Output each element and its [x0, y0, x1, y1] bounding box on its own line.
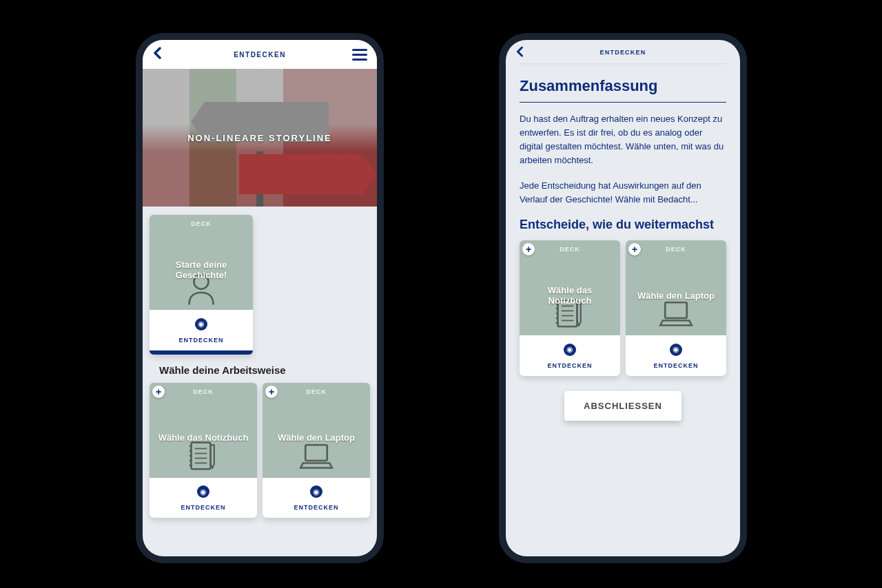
- summary-heading: Zusammenfassung: [520, 77, 726, 95]
- card-row: + DECK Wähle das Notizbuch ◉ ENTDEC: [150, 383, 370, 518]
- finish-button[interactable]: ABSCHLIESSEN: [564, 391, 681, 421]
- card-action-label: ENTDECKEN: [178, 337, 223, 344]
- summary-paragraph-1: Du hast den Auftrag erhalten ein neues K…: [520, 112, 726, 168]
- main-deck-card[interactable]: DECK Starte deine Geschichte! ◉ ENTDECKE…: [150, 215, 253, 355]
- compass-icon: ◉: [564, 344, 576, 356]
- card-action-area[interactable]: ◉ ENTDECKEN: [520, 335, 620, 376]
- compass-icon: ◉: [195, 318, 207, 330]
- deck-card-notebook[interactable]: + DECK Wähle das Notizbuch ◉ ENTDEC: [520, 240, 620, 376]
- card-top: Wähle den Laptop: [263, 398, 370, 478]
- card-action-area[interactable]: ◉ ENTDECKEN: [150, 310, 253, 350]
- signpost-arrow-right-icon: [239, 154, 377, 194]
- content-area: DECK Starte deine Geschichte! ◉ ENTDECKE…: [143, 207, 377, 530]
- card-title: Wähle das Notizbuch: [152, 432, 256, 443]
- card-top: Wähle den Laptop: [626, 255, 726, 335]
- svg-rect-13: [665, 303, 687, 319]
- chevron-left-icon: [515, 46, 524, 57]
- card-row: + DECK Wähle das Notizbuch ◉ ENTDEC: [520, 240, 726, 376]
- plus-badge-icon: +: [152, 386, 165, 398]
- card-top: Wähle das Notizbuch: [150, 398, 257, 478]
- hero-title: NON-LINEARE STORYLINE: [187, 133, 332, 143]
- chevron-left-icon: [152, 47, 162, 59]
- svg-rect-7: [305, 445, 327, 461]
- menu-button[interactable]: [352, 49, 367, 61]
- card-action-area[interactable]: ◉ ENTDECKEN: [150, 478, 257, 518]
- card-title: Starte deine Geschichte!: [150, 260, 253, 280]
- deck-card-laptop[interactable]: + DECK Wähle den Laptop ◉ ENTDECKEN: [263, 383, 370, 518]
- screen-left: ENTDECKEN NON-LINEARE STORYLINE DECK Sta…: [143, 40, 377, 556]
- app-header: ENTDECKEN: [143, 40, 377, 69]
- card-title: Wähle das Notizbuch: [520, 285, 620, 306]
- svg-rect-1: [192, 442, 211, 469]
- phone-mockup-left: ENTDECKEN NON-LINEARE STORYLINE DECK Sta…: [136, 33, 384, 563]
- plus-badge-icon: +: [265, 386, 278, 398]
- menu-bar-icon: [352, 59, 367, 61]
- summary-paragraph-2: Jede Entscheidung hat Auswirkungen auf d…: [520, 179, 726, 207]
- screen-right: ENTDECKEN Zusammenfassung Du hast den Au…: [506, 40, 740, 556]
- compass-icon: ◉: [197, 485, 209, 498]
- card-action-area[interactable]: ◉ ENTDECKEN: [626, 335, 726, 376]
- card-progress-bar: [150, 350, 253, 355]
- card-top: Wähle das Notizbuch: [520, 255, 620, 335]
- divider: [520, 102, 726, 103]
- menu-bar-icon: [352, 49, 367, 51]
- card-action-label: ENTDECKEN: [294, 504, 338, 511]
- section-title: Wähle deine Arbeitsweise: [159, 364, 369, 376]
- hero-banner: NON-LINEARE STORYLINE: [143, 69, 377, 207]
- card-top: Starte deine Geschichte!: [150, 230, 253, 310]
- phone-mockup-right: ENTDECKEN Zusammenfassung Du hast den Au…: [499, 33, 747, 563]
- card-action-area[interactable]: ◉ ENTDECKEN: [263, 478, 370, 518]
- deck-card-laptop[interactable]: + DECK Wähle den Laptop ◉ ENTDECKEN: [626, 240, 726, 376]
- card-action-label: ENTDECKEN: [181, 504, 225, 511]
- content-area: Zusammenfassung Du hast den Auftrag erha…: [506, 65, 740, 433]
- card-title: Wähle den Laptop: [271, 432, 362, 443]
- menu-bar-icon: [352, 54, 367, 56]
- back-button[interactable]: [152, 45, 162, 63]
- compass-icon: ◉: [310, 485, 322, 498]
- header-title: ENTDECKEN: [600, 49, 646, 56]
- compass-icon: ◉: [670, 344, 682, 356]
- back-button[interactable]: [515, 43, 524, 61]
- card-tag: DECK: [263, 383, 370, 398]
- app-header: ENTDECKEN: [506, 40, 740, 65]
- choose-heading: Entscheide, wie du weitermachst: [520, 218, 726, 233]
- card-tag: DECK: [150, 215, 253, 230]
- deck-card-notebook[interactable]: + DECK Wähle das Notizbuch ◉ ENTDEC: [150, 383, 257, 518]
- card-tag: DECK: [150, 383, 257, 398]
- card-action-label: ENTDECKEN: [547, 362, 592, 369]
- card-title: Wähle den Laptop: [630, 291, 721, 301]
- card-action-label: ENTDECKEN: [653, 362, 698, 369]
- header-title: ENTDECKEN: [234, 51, 286, 59]
